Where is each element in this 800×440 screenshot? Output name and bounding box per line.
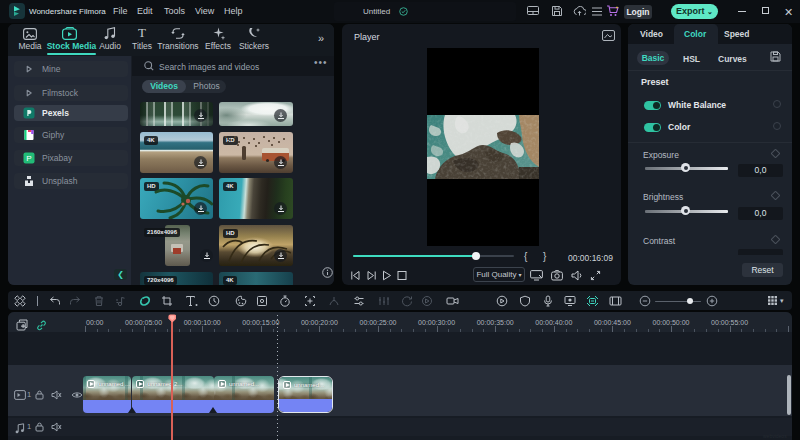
svg-text:P: P [26, 154, 31, 163]
